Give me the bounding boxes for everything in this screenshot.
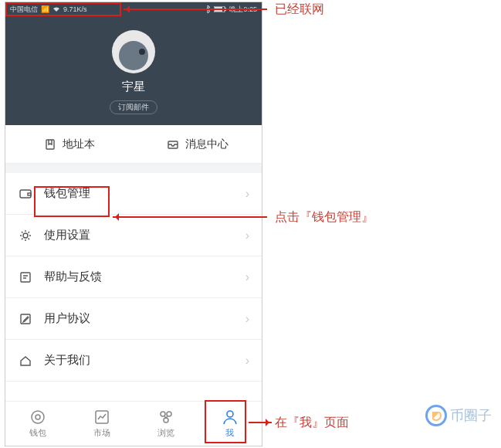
tab-browse-label: 浏览 (157, 427, 174, 439)
browse-tab-icon (157, 409, 174, 426)
wallet-tab-icon (29, 409, 46, 426)
market-tab-icon (93, 409, 110, 426)
address-book-label: 地址本 (63, 137, 95, 151)
watermark: 币圈子 (425, 405, 492, 426)
inbox-icon (167, 138, 179, 151)
annotation-me-page: 在『我』页面 (275, 415, 349, 431)
annotation-arrow (113, 216, 267, 218)
carrier-label: 中国电信 (10, 5, 38, 15)
bookmark-icon (44, 138, 56, 151)
tab-browse[interactable]: 浏览 (134, 402, 198, 446)
tab-market[interactable]: 市场 (69, 402, 134, 446)
annotation-click-wallet: 点击『钱包管理』 (275, 209, 374, 226)
tab-wallet[interactable]: 钱包 (5, 402, 69, 446)
svg-rect-3 (46, 140, 54, 149)
signal-icon: 📶 (41, 5, 49, 13)
phone-frame: 中国电信 📶 9.71K/s 晚上9:25 宇星 订阅邮件 (5, 2, 262, 446)
subscribe-button[interactable]: 订阅邮件 (110, 100, 157, 114)
about-row[interactable]: 关于我们 › (5, 340, 262, 382)
tab-me-label: 我 (225, 427, 234, 439)
chevron-right-icon: › (245, 270, 249, 284)
agreement-row[interactable]: 用户协议 › (5, 298, 262, 340)
gear-icon (18, 228, 33, 243)
avatar[interactable] (112, 30, 155, 73)
annotation-networked: 已经联网 (275, 2, 324, 18)
tab-market-label: 市场 (93, 427, 110, 439)
settings-label: 使用设置 (44, 228, 245, 243)
annotation-arrow (249, 422, 272, 423)
svg-rect-8 (21, 273, 30, 282)
settings-row[interactable]: 使用设置 › (5, 215, 262, 256)
chevron-right-icon: › (245, 354, 249, 368)
wallet-manage-row[interactable]: 钱包管理 › (5, 173, 262, 215)
document-icon (18, 311, 33, 327)
tab-me[interactable]: 我 (198, 402, 262, 446)
tab-wallet-label: 钱包 (29, 427, 46, 439)
quick-actions: 地址本 消息中心 (5, 125, 262, 164)
annotation-arrow (124, 8, 267, 10)
section-divider (5, 164, 262, 173)
net-speed: 9.71K/s (63, 5, 87, 13)
svg-rect-6 (28, 193, 31, 195)
wifi-icon (52, 6, 60, 12)
home-icon (18, 353, 33, 368)
svg-rect-5 (20, 190, 31, 198)
message-center-button[interactable]: 消息中心 (134, 125, 262, 163)
watermark-logo-icon (425, 405, 447, 426)
chevron-right-icon: › (245, 187, 249, 201)
username-label: 宇星 (5, 80, 262, 94)
tab-bar: 钱包 市场 浏览 我 (5, 401, 262, 446)
svg-point-7 (23, 233, 28, 238)
chevron-right-icon: › (245, 312, 249, 326)
help-label: 帮助与反馈 (44, 270, 245, 284)
wallet-icon (18, 186, 33, 202)
svg-point-11 (36, 415, 40, 419)
person-tab-icon (222, 409, 239, 426)
wallet-manage-label: 钱包管理 (44, 186, 245, 201)
svg-point-10 (32, 411, 44, 423)
svg-point-16 (227, 411, 233, 417)
menu-list: 钱包管理 › 使用设置 › 帮助与反馈 › 用户协议 › (5, 173, 262, 382)
profile-header: 宇星 订阅邮件 (5, 16, 262, 125)
watermark-text: 币圈子 (450, 406, 492, 425)
help-icon (18, 270, 33, 285)
address-book-button[interactable]: 地址本 (5, 125, 134, 163)
help-row[interactable]: 帮助与反馈 › (5, 256, 262, 298)
chevron-right-icon: › (245, 229, 249, 243)
message-center-label: 消息中心 (185, 137, 228, 151)
about-label: 关于我们 (44, 353, 245, 368)
agreement-label: 用户协议 (44, 311, 245, 326)
